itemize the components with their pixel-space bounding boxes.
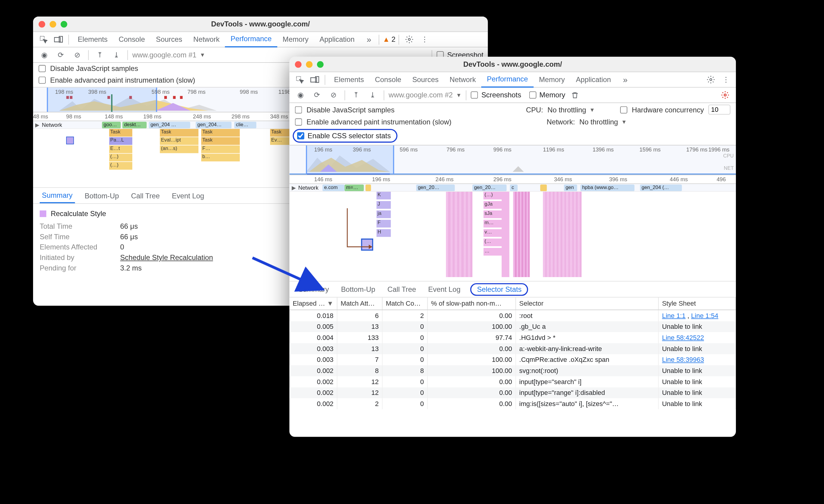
network-track[interactable]: ▶ Network e.comm=…gen_20…gen_20…cgenhpba…: [289, 184, 736, 192]
network-request[interactable]: e.com: [322, 184, 344, 191]
inspect-icon[interactable]: [36, 33, 49, 46]
flame-frame[interactable]: …: [484, 248, 502, 256]
hw-concurrency-input[interactable]: [708, 105, 730, 115]
selector-stats-table[interactable]: Elapsed … ▼Match Att…Match Co…% of slow-…: [289, 297, 736, 409]
table-row[interactable]: 0.002200.00img:is([sizes="auto" i], [siz…: [289, 398, 736, 409]
flame-frame[interactable]: J: [377, 201, 391, 209]
advanced-paint-checkbox[interactable]: [38, 77, 46, 84]
flame-frame[interactable]: (an…s): [160, 145, 199, 153]
device-toggle-icon[interactable]: [308, 73, 321, 86]
device-toggle-icon[interactable]: [52, 33, 65, 46]
flame-frame[interactable]: b…: [201, 154, 240, 161]
recording-dropdown[interactable]: www.google.com #2 ▼: [389, 91, 461, 99]
table-row[interactable]: 0.00288100.00svg:not(:root)Unable to lin…: [289, 365, 736, 376]
settings-gear-icon[interactable]: [704, 73, 717, 86]
detail-tab-call-tree[interactable]: Call Tree: [385, 282, 418, 297]
stylesheet-link[interactable]: Line 58:42522: [662, 334, 704, 342]
record-icon[interactable]: ◉: [37, 48, 51, 61]
warning-badge[interactable]: ▲ 2: [383, 35, 396, 43]
tab-console[interactable]: Console: [369, 72, 407, 87]
close-icon[interactable]: [295, 61, 302, 68]
network-request[interactable]: goo…: [102, 122, 121, 128]
flame-frame[interactable]: sJa: [484, 210, 502, 218]
initiated-link[interactable]: Schedule Style Recalculation: [120, 253, 213, 261]
disable-js-checkbox[interactable]: [295, 106, 302, 113]
flame-frame[interactable]: K: [377, 192, 391, 200]
table-row[interactable]: 0.005130100.00.gb_Uc aUnable to link: [289, 321, 736, 333]
flame-frame[interactable]: Task: [109, 129, 132, 137]
network-request[interactable]: gen_204 …: [149, 122, 190, 128]
flame-frame[interactable]: Task: [201, 129, 240, 137]
network-request[interactable]: hpba (www.go…: [581, 184, 634, 191]
flame-frame[interactable]: (…): [109, 154, 132, 161]
table-row[interactable]: 0.00370100.00.CqmPRe:active .oXqZxc span…: [289, 354, 736, 365]
flame-frame[interactable]: gJa: [484, 201, 502, 209]
flame-frame[interactable]: Task: [160, 129, 199, 137]
table-row[interactable]: 0.0021200.00input[type="range" i]:disabl…: [289, 387, 736, 398]
tab-memory[interactable]: Memory: [533, 72, 571, 87]
tab-sources[interactable]: Sources: [407, 72, 444, 87]
table-row[interactable]: 0.0021200.00input[type="search" i]Unable…: [289, 376, 736, 387]
tab-elements[interactable]: Elements: [328, 72, 369, 87]
record-icon[interactable]: ◉: [294, 88, 307, 102]
flame-frame[interactable]: F…: [201, 145, 240, 153]
flame-frame[interactable]: ja: [377, 210, 391, 218]
detail-tab-selector-stats[interactable]: Selector Stats: [470, 283, 528, 295]
clear-icon[interactable]: ⊘: [71, 48, 84, 61]
col-header[interactable]: Style Sheet: [658, 297, 736, 310]
disable-js-checkbox[interactable]: [38, 65, 46, 72]
titlebar[interactable]: DevTools - www.google.com/: [289, 57, 736, 72]
cpu-dropdown[interactable]: No throttling ▼: [548, 106, 595, 114]
clear-icon[interactable]: ⊘: [327, 88, 340, 102]
flame-frame[interactable]: Task: [270, 129, 292, 137]
flame-frame[interactable]: v…: [484, 229, 502, 237]
stylesheet-link[interactable]: Line 1:1: [662, 311, 685, 320]
flame-frame[interactable]: H: [377, 229, 391, 237]
minimize-icon[interactable]: [49, 21, 56, 27]
stylesheet-link[interactable]: Line 1:54: [691, 311, 718, 320]
network-request[interactable]: [540, 184, 547, 191]
kebab-menu-icon[interactable]: ⋮: [719, 73, 733, 86]
flame-frame[interactable]: (…): [484, 192, 502, 200]
detail-tab-event-log[interactable]: Event Log: [426, 282, 463, 297]
network-request[interactable]: gen_204…: [196, 122, 231, 128]
flame-chart[interactable]: ▶ Network e.comm=…gen_20…gen_20…cgenhpba…: [289, 184, 736, 281]
tab-console[interactable]: Console: [113, 31, 150, 47]
reload-icon[interactable]: ⟳: [54, 48, 67, 61]
tab-application[interactable]: Application: [571, 72, 617, 87]
detail-tab-event-log[interactable]: Event Log: [170, 188, 206, 203]
download-icon[interactable]: ⤓: [110, 48, 123, 61]
minimize-icon[interactable]: [306, 61, 312, 68]
tab-application[interactable]: Application: [314, 31, 360, 47]
reload-icon[interactable]: ⟳: [310, 88, 324, 102]
network-request[interactable]: gen_204 (…: [640, 184, 682, 191]
flame-frame[interactable]: E…t: [109, 145, 132, 153]
tab-sources[interactable]: Sources: [150, 31, 188, 47]
garbage-collect-icon[interactable]: [569, 88, 582, 102]
detail-tab-bottom-up[interactable]: Bottom-Up: [339, 282, 378, 297]
table-row[interactable]: 0.004133097.74.HG1dvd > *Line 58:42522: [289, 332, 736, 343]
detail-tab-summary[interactable]: Summary: [40, 188, 75, 203]
network-request[interactable]: gen_20…: [416, 184, 455, 191]
network-request[interactable]: c: [510, 184, 518, 191]
inspect-icon[interactable]: [293, 73, 306, 86]
table-row[interactable]: 0.018620.00:rootLine 1:1 , Line 1:54: [289, 310, 736, 321]
network-request[interactable]: clie…: [234, 122, 256, 128]
tab-network[interactable]: Network: [188, 31, 225, 47]
network-dropdown[interactable]: No throttling ▼: [579, 118, 627, 126]
settings-gear-icon[interactable]: [403, 33, 416, 46]
network-request[interactable]: m=…: [345, 184, 364, 191]
col-header[interactable]: Match Att…: [337, 297, 382, 310]
flame-frame[interactable]: F: [377, 220, 391, 228]
network-request[interactable]: deskt…: [122, 122, 147, 128]
more-tabs-icon[interactable]: »: [363, 33, 376, 46]
tab-performance[interactable]: Performance: [225, 31, 277, 47]
flame-frame[interactable]: (…): [109, 162, 132, 170]
tab-performance[interactable]: Performance: [482, 72, 533, 87]
table-row[interactable]: 0.0031300.00a:-webkit-any-link:read-writ…: [289, 343, 736, 354]
detail-tab-bottom-up[interactable]: Bottom-Up: [82, 188, 121, 203]
hw-concurrency-checkbox[interactable]: [620, 106, 628, 113]
col-header[interactable]: % of slow-path non-m…: [427, 297, 515, 310]
col-header[interactable]: Selector: [516, 297, 658, 310]
overview-minimap[interactable]: CPU NET 196 ms396 ms596 ms796 ms996 ms11…: [289, 145, 736, 175]
